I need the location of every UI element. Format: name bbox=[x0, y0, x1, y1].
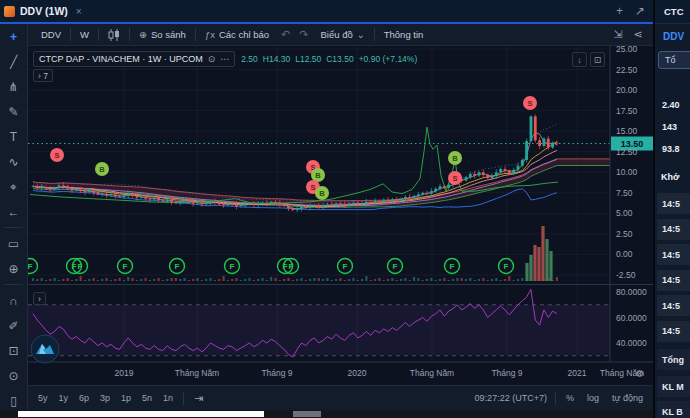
pitchfork-tool-icon[interactable]: ⋔ bbox=[4, 77, 24, 96]
interval-button[interactable]: W bbox=[73, 24, 96, 45]
svg-text:F: F bbox=[504, 262, 509, 271]
divider bbox=[374, 28, 375, 41]
xabcd-pattern-tool-icon[interactable]: ∿ bbox=[4, 152, 24, 171]
indicators-button[interactable]: ƒx Các chỉ báo bbox=[198, 24, 276, 45]
fx-icon: ƒx bbox=[205, 29, 215, 40]
maximize-pane-icon[interactable]: ⊡ bbox=[590, 52, 605, 67]
svg-text:B: B bbox=[99, 165, 105, 174]
download-icon[interactable]: ↓ bbox=[572, 52, 587, 67]
brush-tool-icon[interactable]: ✎ bbox=[4, 102, 24, 121]
legend-title: CTCP DAP - VINACHEM · 1W · UPCOM bbox=[39, 54, 203, 64]
tab-close-icon[interactable]: × bbox=[76, 6, 82, 17]
rsi-collapse-button[interactable]: › bbox=[33, 292, 46, 305]
undo-icon[interactable]: ↶ bbox=[277, 28, 294, 41]
expand-window-icon[interactable]: ↗ bbox=[635, 4, 645, 18]
info-button[interactable]: Thông tin bbox=[377, 24, 431, 45]
hide-all-tool-icon[interactable]: ⊙ bbox=[4, 366, 24, 385]
trade-time-row: 14:5 bbox=[657, 219, 690, 240]
tab-title: DDV (1W) bbox=[20, 5, 68, 17]
range-button-5n[interactable]: 5n bbox=[140, 393, 154, 403]
redo-icon[interactable]: ↷ bbox=[295, 28, 312, 41]
trend-line-tool-icon[interactable]: ╱ bbox=[4, 52, 24, 71]
ohlc-values: 2.50 H14.30 L12.50 C13.50 +0.90 (+7.14%) bbox=[241, 54, 417, 64]
drawing-toolbar: +╱⋔✎T∿⌖←▭⊕∩✐⊡⊙▯ bbox=[0, 24, 28, 410]
time-tick: Tháng 9 bbox=[491, 368, 522, 378]
quote-value: 93.8 bbox=[662, 144, 680, 154]
eye-icon[interactable]: ⊙ bbox=[208, 54, 216, 64]
toolbar-divider bbox=[5, 227, 23, 228]
divider bbox=[129, 28, 130, 41]
candle-style-button[interactable] bbox=[101, 24, 127, 45]
clock[interactable]: 09:27:22 (UTC+7) bbox=[475, 393, 547, 403]
legend: CTCP DAP - VINACHEM · 1W · UPCOM ⊙ ⋯ 2.5… bbox=[33, 51, 417, 67]
zoom-in-tool-icon[interactable]: ⊕ bbox=[4, 259, 24, 278]
chart-tab[interactable]: DDV (1W) × bbox=[4, 5, 82, 17]
svg-text:S: S bbox=[54, 151, 59, 160]
gear-icon[interactable]: ⚙ bbox=[636, 368, 645, 379]
more-icon[interactable]: ⋯ bbox=[220, 54, 229, 64]
price-tick: 20.00 bbox=[616, 85, 638, 95]
price-tick: 15.00 bbox=[616, 126, 638, 136]
drawing-lock-tool-icon[interactable]: ✐ bbox=[4, 316, 24, 335]
range-button-6p[interactable]: 6p bbox=[77, 393, 91, 403]
trade-time-row: 14:5 bbox=[657, 270, 690, 291]
rsi-tick: 40.0000 bbox=[616, 338, 647, 348]
overview-button[interactable]: Tổ bbox=[658, 51, 690, 69]
divider bbox=[195, 28, 196, 41]
low-value: L12.50 bbox=[295, 54, 321, 64]
time-tick: 2020 bbox=[348, 368, 367, 378]
range-button-5y[interactable]: 5y bbox=[36, 393, 50, 403]
time-tick: Tháng Năm bbox=[175, 368, 219, 378]
quote-panel: CTC DDV Tổ 2.4014393.8Khớ14:514:514:514:… bbox=[655, 0, 690, 418]
trade-time-row: 14:5 bbox=[657, 193, 690, 214]
range-button-1p[interactable]: 1p bbox=[119, 393, 133, 403]
scrollbar-thumb[interactable] bbox=[293, 411, 321, 417]
svg-text:F: F bbox=[450, 262, 455, 271]
scale-button-2[interactable]: tự động bbox=[610, 393, 645, 403]
crosshair-tool-icon[interactable]: + bbox=[4, 27, 24, 46]
chart-menu-button[interactable]: Biểu đồ ⌄ bbox=[314, 24, 372, 45]
ruler-tool-icon[interactable]: ▭ bbox=[4, 234, 24, 253]
trade-time-row: 14:5 bbox=[657, 244, 690, 265]
bottom-strip bbox=[0, 410, 653, 418]
range-button-3p[interactable]: 3p bbox=[98, 393, 112, 403]
add-tab-icon[interactable]: + bbox=[616, 4, 623, 18]
quote-symbol[interactable]: DDV bbox=[663, 31, 684, 42]
range-buttons: 5y1y6p3p1p5n1n bbox=[36, 393, 175, 403]
price-tick: -2.50 bbox=[616, 270, 636, 280]
chart-region: DDV (1W) × + ↗ +╱⋔✎T∿⌖←▭⊕∩✐⊡⊙▯ DDV W bbox=[0, 0, 653, 418]
arrow-marker-tool-icon[interactable]: ← bbox=[4, 202, 24, 221]
svg-text:F: F bbox=[289, 262, 294, 271]
scale-button-1[interactable]: log bbox=[585, 393, 601, 403]
divider bbox=[70, 28, 71, 41]
scale-button-0[interactable]: % bbox=[564, 393, 576, 403]
trading-app: DDV (1W) × + ↗ +╱⋔✎T∿⌖←▭⊕∩✐⊡⊙▯ DDV W bbox=[0, 0, 690, 418]
symbol-button[interactable]: DDV bbox=[34, 24, 68, 45]
price-chart[interactable]: 13.50SBSBSBBSSFFFFFFFFFFFF25.0022.5020.0… bbox=[28, 46, 653, 385]
close-value: C13.50 bbox=[326, 54, 353, 64]
quote-panel-header: CTC bbox=[655, 0, 690, 24]
text-tool-icon[interactable]: T bbox=[4, 127, 24, 146]
svg-text:S: S bbox=[452, 174, 457, 183]
forecast-tool-icon[interactable]: ⌖ bbox=[4, 177, 24, 196]
magnet-tool-icon[interactable]: ∩ bbox=[4, 291, 24, 310]
price-tick: 7.50 bbox=[616, 188, 633, 198]
svg-text:B: B bbox=[452, 154, 458, 163]
page-scroll-area bbox=[18, 411, 264, 417]
compare-button[interactable]: ⊕ So sánh bbox=[132, 24, 193, 45]
quote-value: 143 bbox=[662, 122, 677, 132]
trash-tool-icon[interactable]: ▯ bbox=[4, 391, 24, 410]
price-tick: 5.00 bbox=[616, 208, 633, 218]
chevron-down-icon: ⌄ bbox=[357, 29, 365, 40]
lock-all-tool-icon[interactable]: ⊡ bbox=[4, 341, 24, 360]
range-button-1n[interactable]: 1n bbox=[161, 393, 175, 403]
goto-date-icon[interactable]: ⇥ bbox=[192, 392, 205, 405]
share-icon[interactable]: ⋖ bbox=[630, 28, 647, 41]
indicators-collapse-button[interactable]: › 7 bbox=[33, 69, 53, 82]
legend-box[interactable]: CTCP DAP - VINACHEM · 1W · UPCOM ⊙ ⋯ bbox=[33, 51, 235, 67]
brand-logo bbox=[30, 334, 60, 364]
divider bbox=[555, 392, 556, 405]
chart-toolbar: DDV W ⊕ So sán bbox=[28, 24, 653, 46]
range-button-1y[interactable]: 1y bbox=[57, 393, 71, 403]
fullscreen-icon[interactable]: ⇲ bbox=[608, 28, 629, 41]
